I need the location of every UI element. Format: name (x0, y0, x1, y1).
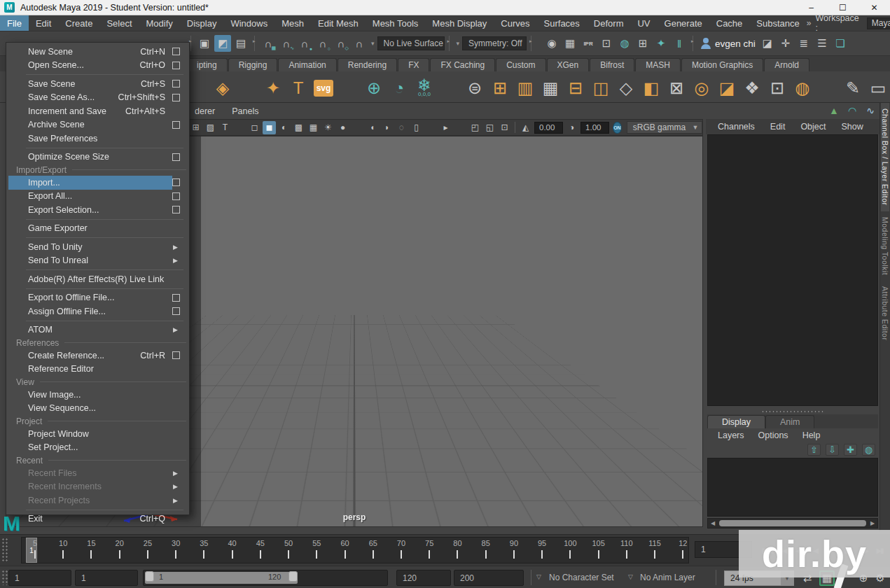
viewport-toolbar-icon[interactable]: ◻ (248, 121, 261, 134)
menu-item[interactable]: Recent Increments (8, 480, 172, 494)
menu-item[interactable]: View Image... (8, 388, 172, 402)
file-menu-row[interactable]: Set Project... ▶ (6, 441, 189, 455)
file-menu-row[interactable]: Export to Offline File... ▶ (6, 291, 189, 305)
user-account-chip[interactable]: evgen chi (700, 38, 756, 49)
shelf-tab[interactable]: ipting (186, 58, 228, 71)
shelf-tool-icon[interactable]: ◎ (689, 74, 714, 99)
live-surface-field[interactable]: No Live Surface (377, 36, 445, 50)
option-box[interactable] (172, 307, 180, 315)
layer-editor-menu-item[interactable]: Layers (711, 430, 751, 440)
animation-end-field[interactable]: 200 (454, 570, 524, 586)
shelf-tool-icon[interactable]: ⊟ (563, 74, 588, 99)
file-menu-row[interactable]: Reference Editor ▶ (6, 363, 189, 377)
file-menu-row[interactable]: View Image... ▶ (6, 388, 189, 402)
file-menu-row[interactable]: Export Selection... ▶ (6, 203, 189, 217)
option-box[interactable] (172, 62, 180, 69)
viewport-toolbar-icon[interactable] (233, 121, 246, 134)
horizontal-scrollbar[interactable]: ◀ ▶ (707, 518, 878, 528)
shelf-tab[interactable]: MASH (635, 58, 681, 71)
shelf-tab[interactable]: Rendering (338, 58, 397, 71)
menu-item[interactable]: ATOM (8, 323, 172, 337)
exposure-icon[interactable]: ◭ (519, 121, 532, 134)
option-box[interactable] (172, 294, 180, 302)
menu-item[interactable]: Recent Projects (8, 493, 172, 507)
shelf-tab[interactable]: Animation (278, 58, 336, 71)
menu-bar-item[interactable]: Create (58, 15, 99, 31)
close-button[interactable]: ✕ (858, 0, 890, 15)
option-box[interactable] (172, 48, 180, 55)
menu-item[interactable]: Import... (8, 176, 172, 190)
file-menu-row[interactable]: References References ▶ (6, 337, 189, 349)
menu-bar-item[interactable]: Curves (494, 15, 536, 31)
shelf-tab[interactable]: FX (398, 58, 429, 71)
file-menu-row[interactable]: Project Project ▶ (6, 415, 189, 427)
file-menu-row[interactable]: ▶ (6, 235, 189, 240)
menu-item[interactable]: Export All... (8, 190, 172, 204)
file-menu-row[interactable]: Create Reference... Ctrl+R ▶ (6, 349, 189, 363)
shelf-tool-icon[interactable]: ✎ (840, 74, 865, 99)
range-end-handle[interactable] (288, 571, 298, 582)
character-set-menu[interactable]: No Character Set (549, 573, 614, 582)
file-menu-row[interactable]: ▶ (6, 217, 189, 222)
menu-bar-item[interactable]: Mesh Display (425, 15, 494, 31)
shelf-tool-icon[interactable]: ▦ (538, 74, 563, 99)
viewport-toolbar-icon[interactable]: ◗ (380, 121, 394, 134)
option-box[interactable] (172, 351, 180, 359)
snap-icon[interactable]: ∩∿ (278, 35, 295, 52)
file-menu-row[interactable]: Archive Scene ▶ (6, 118, 189, 132)
option-box[interactable] (172, 192, 180, 200)
shelf-tab[interactable]: Bifrost (590, 58, 634, 71)
playback-range-slider[interactable]: 1 120 (143, 570, 388, 586)
shelf-tool-icon[interactable]: ◈ (210, 74, 235, 99)
menu-item[interactable]: Export Selection... (8, 203, 172, 217)
scroll-left-arrow-icon[interactable]: ◀ (708, 520, 718, 526)
snap-icon[interactable]: ∩○ (314, 35, 331, 52)
channel-box-menu-item[interactable]: Object (794, 122, 832, 132)
shelf-tool-icon[interactable]: ◔ (387, 74, 412, 99)
scrollbar-thumb[interactable] (719, 520, 866, 526)
menu-item[interactable]: Game Exporter (8, 222, 172, 236)
shelf-tab[interactable]: XGen (547, 58, 590, 71)
menu-item[interactable]: Archive Scene (8, 118, 172, 132)
drag-handle[interactable] (1, 538, 8, 563)
viewport-toolbar-icon[interactable]: ▦ (307, 121, 320, 134)
file-menu-row[interactable]: Save Scene As... Ctrl+Shift+S ▶ (6, 91, 189, 105)
gamma-field[interactable]: 1.00 (580, 122, 609, 134)
option-box[interactable] (172, 94, 180, 102)
shelf-tool-icon[interactable] (815, 74, 840, 99)
layer-list[interactable] (707, 458, 878, 517)
menu-item[interactable]: New Scene Ctrl+N (8, 45, 172, 59)
file-menu-row[interactable]: Optimize Scene Size ▶ (6, 150, 189, 164)
workspace-icon[interactable]: ❏ (832, 35, 849, 52)
render-icon[interactable]: ▦ (562, 35, 578, 52)
shelf-tool-icon[interactable]: ❖ (739, 74, 765, 99)
file-menu-row[interactable]: Assign Offline File... ▶ (6, 304, 189, 318)
file-menu-row[interactable]: Send To Unity ▶ (6, 240, 189, 254)
file-menu-row[interactable]: Game Exporter ▶ (6, 222, 189, 236)
viewport-toolbar-icon[interactable]: ◱ (483, 121, 496, 134)
render-icon[interactable]: IPR (580, 35, 597, 52)
channel-box-menu-item[interactable]: Edit (764, 122, 792, 132)
sidebar-vertical-tab[interactable]: Modeling Toolkit (881, 211, 889, 281)
file-menu-row[interactable]: Recent Projects ▶ (6, 493, 189, 507)
shelf-tab[interactable]: FX Caching (430, 58, 495, 71)
menu-item[interactable]: Increment and Save Ctrl+Alt+S (8, 104, 172, 118)
viewport-toolbar-icon[interactable] (351, 121, 364, 134)
range-start-handle[interactable] (145, 571, 154, 582)
option-box[interactable] (172, 121, 180, 129)
selection-mask-icon[interactable]: ▣ (196, 35, 213, 52)
menu-item[interactable]: Set Project... (8, 441, 172, 455)
layer-editor-menu-item[interactable]: Options (752, 430, 795, 440)
shelf-tool-icon[interactable]: ⊜ (462, 74, 487, 99)
viewport-toolbar-icon[interactable] (424, 121, 438, 134)
file-menu-row[interactable]: View View ▶ (6, 376, 189, 388)
layer-editor-tab[interactable]: Anim (765, 415, 814, 428)
option-box[interactable] (172, 206, 180, 214)
group-divider[interactable] (690, 36, 695, 51)
panel-menu-item[interactable]: Panels (223, 106, 267, 116)
option-box[interactable] (172, 178, 180, 186)
menu-item[interactable]: Save Scene Ctrl+S (8, 77, 172, 91)
file-menu-row[interactable]: Save Scene Ctrl+S ▶ (6, 77, 189, 91)
viewport-toolbar-icon[interactable] (454, 121, 467, 134)
layer-action-icon[interactable]: ◍ (862, 444, 875, 456)
